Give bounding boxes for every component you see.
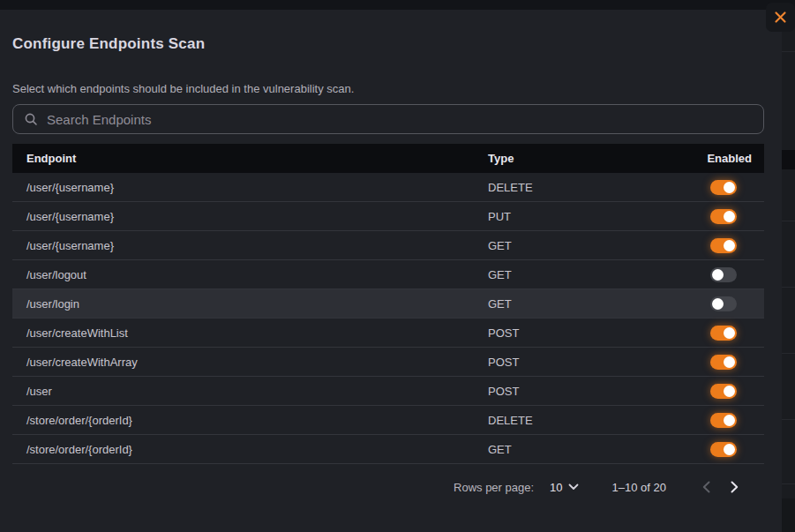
table-row: /user/createWithArray POST: [12, 348, 764, 377]
endpoint-cell: /user/createWithArray: [12, 356, 488, 369]
endpoint-cell: /user/logout: [12, 268, 488, 281]
column-header-endpoint: Endpoint: [12, 152, 488, 165]
previous-page-button[interactable]: [698, 479, 714, 495]
close-icon: [774, 11, 787, 24]
page-range: 1–10 of 20: [612, 481, 666, 494]
modal-subtitle: Select which endpoints should be include…: [12, 81, 764, 97]
toggle-knob: [712, 269, 724, 281]
page-topbar: [0, 0, 795, 10]
background-divider: [782, 287, 795, 288]
endpoints-table: Endpoint Type Enabled /user/{username} D…: [12, 144, 764, 464]
endpoint-cell: /store/order/{orderId}: [12, 414, 488, 427]
enabled-toggle[interactable]: [710, 238, 737, 253]
type-cell: GET: [488, 443, 685, 456]
type-cell: POST: [488, 356, 685, 369]
type-cell: DELETE: [488, 181, 685, 194]
type-cell: POST: [488, 385, 685, 398]
type-cell: GET: [488, 268, 685, 281]
background-divider: [782, 353, 795, 354]
enabled-toggle[interactable]: [710, 326, 737, 341]
enabled-toggle[interactable]: [710, 296, 737, 311]
configure-endpoints-modal: Configure Endpoints Scan Select which en…: [0, 10, 782, 532]
background-divider: [782, 483, 795, 484]
toggle-knob: [724, 327, 735, 339]
toggle-knob: [724, 211, 735, 222]
toggle-knob: [724, 240, 735, 251]
type-cell: GET: [488, 297, 685, 311]
enabled-toggle[interactable]: [710, 180, 737, 195]
column-header-enabled: Enabled: [685, 152, 764, 165]
table-row: /user/{username} DELETE: [12, 173, 764, 202]
rows-per-page-select[interactable]: 10: [550, 481, 578, 494]
enabled-toggle[interactable]: [710, 355, 737, 370]
background-divider: [782, 221, 795, 221]
search-input[interactable]: [47, 112, 753, 127]
enabled-toggle[interactable]: [710, 267, 737, 282]
table-row: /user POST: [12, 377, 764, 406]
rows-per-page-label: Rows per page:: [454, 481, 534, 494]
toggle-knob: [724, 356, 735, 368]
endpoint-cell: /user/{username}: [12, 239, 488, 252]
type-cell: POST: [488, 326, 685, 340]
background-divider: [782, 419, 795, 420]
type-cell: DELETE: [488, 414, 685, 427]
column-header-type: Type: [488, 152, 685, 165]
enabled-toggle[interactable]: [710, 442, 737, 457]
table-row: /user/{username} GET: [12, 231, 764, 260]
background-divider: [782, 51, 795, 52]
endpoint-cell: /user/login: [12, 297, 488, 311]
toggle-knob: [724, 386, 735, 397]
toggle-knob: [724, 182, 735, 193]
endpoint-cell: /user: [12, 385, 488, 398]
chevron-down-icon: [568, 483, 579, 491]
table-row: /user/login GET: [12, 289, 764, 318]
table-row: /user/createWithList POST: [12, 318, 764, 348]
chevron-right-icon: [731, 481, 739, 493]
background-page: [782, 0, 795, 532]
chevron-left-icon: [702, 481, 710, 493]
toggle-knob: [724, 415, 735, 426]
pagination: Rows per page: 10 1–10 of 20: [12, 464, 764, 510]
endpoint-cell: /user/{username}: [12, 181, 488, 194]
toggle-knob: [712, 298, 724, 310]
enabled-toggle[interactable]: [710, 384, 737, 399]
search-icon: [24, 112, 38, 126]
endpoint-cell: /user/{username}: [12, 210, 488, 223]
type-cell: GET: [488, 239, 685, 252]
table-row: /user/{username} PUT: [12, 202, 764, 231]
table-row: /user/logout GET: [12, 260, 764, 289]
close-button[interactable]: [766, 3, 795, 32]
enabled-toggle[interactable]: [710, 413, 737, 428]
background-band: [782, 498, 795, 532]
search-box[interactable]: [12, 104, 764, 134]
table-header-row: Endpoint Type Enabled: [12, 144, 764, 173]
background-band: [782, 150, 795, 169]
next-page-button[interactable]: [726, 479, 742, 495]
endpoint-cell: /store/order/{orderId}: [12, 443, 488, 456]
type-cell: PUT: [488, 210, 685, 223]
endpoint-cell: /user/createWithList: [12, 326, 488, 340]
table-body: /user/{username} DELETE /user/{username}…: [12, 173, 764, 464]
table-row: /store/order/{orderId} DELETE: [12, 406, 764, 435]
table-row: /store/order/{orderId} GET: [12, 435, 764, 464]
modal-title: Configure Endpoints Scan: [12, 34, 764, 54]
toggle-knob: [724, 444, 735, 455]
rows-per-page-value: 10: [550, 481, 562, 494]
enabled-toggle[interactable]: [710, 209, 737, 224]
